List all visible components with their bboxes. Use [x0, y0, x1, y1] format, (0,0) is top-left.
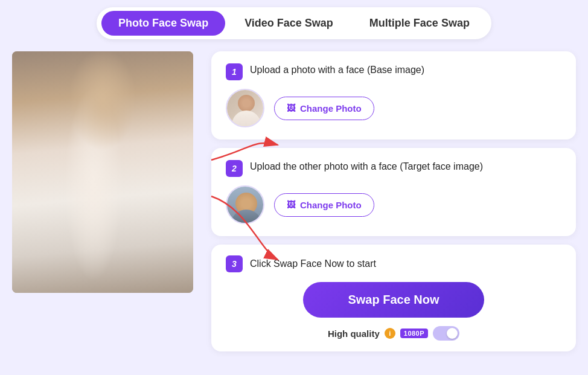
quality-row: High quality i 1080P — [226, 326, 561, 341]
step-2-header: 2 Upload the other photo with a face (Ta… — [226, 160, 561, 177]
change-photo-label-2: Change Photo — [300, 200, 362, 210]
change-photo-btn-1[interactable]: 🖼 Change Photo — [274, 97, 374, 120]
swap-face-now-button[interactable]: Swap Face Now — [303, 282, 484, 318]
step-2-avatar — [226, 185, 264, 224]
step-1-title: Upload a photo with a face (Base image) — [250, 63, 424, 77]
step-2-badge: 2 — [226, 160, 243, 177]
step-1-badge: 1 — [226, 63, 243, 80]
target-image-avatar — [227, 187, 263, 223]
image-icon-1: 🖼 — [287, 103, 295, 113]
left-panel — [12, 51, 193, 351]
step-1-avatar — [226, 89, 264, 127]
tab-photo[interactable]: Photo Face Swap — [101, 11, 225, 36]
step-3-badge: 3 — [226, 255, 243, 272]
base-image-avatar — [227, 90, 263, 126]
quality-label: High quality — [328, 329, 380, 339]
step-3-title: Click Swap Face Now to start — [250, 258, 376, 269]
quality-toggle[interactable] — [433, 326, 459, 341]
step-1-content: 🖼 Change Photo — [226, 89, 561, 127]
fashion-model-bg — [12, 51, 193, 293]
change-photo-label-1: Change Photo — [300, 103, 362, 114]
tab-multiple[interactable]: Multiple Face Swap — [353, 11, 487, 36]
tab-video[interactable]: Video Face Swap — [228, 11, 350, 36]
step-2-title: Upload the other photo with a face (Targ… — [250, 160, 483, 173]
step-3-card: 3 Click Swap Face Now to start Swap Face… — [211, 245, 576, 351]
step-1-card: 1 Upload a photo with a face (Base image… — [211, 51, 576, 139]
main-content: 1 Upload a photo with a face (Base image… — [12, 51, 576, 351]
right-panel: 1 Upload a photo with a face (Base image… — [211, 51, 576, 351]
step-2-card: 2 Upload the other photo with a face (Ta… — [211, 148, 576, 236]
step-2-content: 🖼 Change Photo — [226, 185, 561, 224]
tab-bar: Photo Face Swap Video Face Swap Multiple… — [97, 7, 491, 39]
image-icon-2: 🖼 — [287, 200, 295, 210]
base-image-preview — [12, 51, 193, 293]
quality-info-icon: i — [385, 328, 395, 339]
change-photo-btn-2[interactable]: 🖼 Change Photo — [274, 193, 374, 217]
quality-badge: 1080P — [400, 329, 428, 338]
step-1-header: 1 Upload a photo with a face (Base image… — [226, 63, 561, 80]
step-3-header: 3 Click Swap Face Now to start — [226, 255, 561, 272]
